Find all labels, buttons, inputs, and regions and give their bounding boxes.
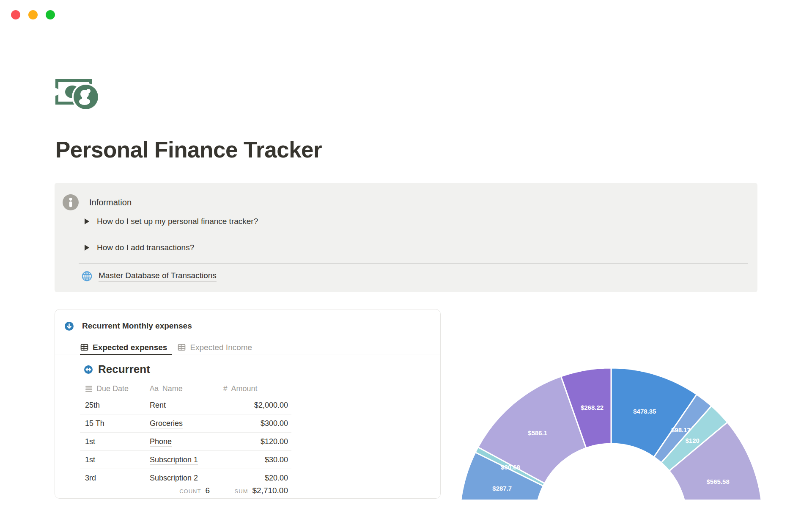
- sum-aggregation[interactable]: SUM $2,710.00: [222, 486, 291, 495]
- table-row: 15 ThGroceries$300.00: [80, 414, 291, 433]
- due-date-cell[interactable]: 25th: [80, 401, 150, 410]
- column-header-name[interactable]: Aa Name: [150, 384, 222, 393]
- count-label: COUNT: [179, 488, 201, 494]
- row-name-link[interactable]: Phone: [150, 437, 172, 447]
- callout-divider: [79, 263, 748, 264]
- information-callout: Information How do I set up my personal …: [55, 183, 757, 292]
- due-date-cell[interactable]: 1st: [80, 456, 150, 464]
- table-view-icon: [80, 343, 89, 352]
- due-date-cell[interactable]: 15 Th: [80, 419, 150, 428]
- close-button[interactable]: [11, 10, 20, 19]
- donut-chart: $478.35$98.17$120$565.58$287.7$30.68$586…: [461, 368, 763, 508]
- row-name-link[interactable]: Rent: [150, 401, 166, 410]
- callout-title: Information: [89, 198, 132, 207]
- column-label[interactable]: Due Date: [96, 384, 129, 393]
- select-property-icon: [85, 385, 93, 392]
- table-row: 25thRent$2,000.00: [80, 396, 291, 414]
- amount-cell[interactable]: $30.00: [222, 456, 291, 464]
- info-icon: [62, 194, 79, 211]
- row-name-link[interactable]: Subscription 2: [150, 474, 198, 483]
- name-cell: Subscription 1: [150, 456, 222, 464]
- callout-header: Information: [62, 194, 132, 211]
- count-aggregation[interactable]: COUNT 6: [150, 486, 222, 495]
- tab-label[interactable]: Expected Income: [190, 343, 252, 352]
- database-link-row: Master Database of Transactions: [81, 271, 217, 282]
- row-name-link[interactable]: Groceries: [150, 419, 183, 428]
- collection-title[interactable]: Recurrent: [98, 363, 150, 376]
- count-value: 6: [205, 486, 210, 495]
- due-date-cell[interactable]: 3rd: [80, 474, 150, 483]
- window-controls: [11, 10, 55, 19]
- name-cell: Rent: [150, 401, 222, 410]
- toggle-label[interactable]: How do I add transactions?: [97, 243, 194, 252]
- toggle-setup-question[interactable]: How do I set up my personal finance trac…: [85, 216, 258, 227]
- view-tabs: Expected expenses Expected Income: [55, 341, 440, 354]
- callout-divider: [79, 209, 748, 209]
- minimize-button[interactable]: [28, 10, 38, 19]
- recurrent-expenses-card: Recurrent Monthly expenses Expected expe…: [55, 309, 441, 499]
- table-footer: COUNT 6 SUM $2,710.00: [80, 482, 291, 499]
- collection-title-row: Recurrent: [84, 363, 150, 376]
- card-title: Recurrent Monthly expenses: [82, 321, 192, 331]
- sum-value: $2,710.00: [252, 486, 288, 495]
- table-rows: 25thRent$2,000.0015 ThGroceries$300.001s…: [80, 396, 291, 482]
- toggle-triangle-icon[interactable]: [85, 245, 89, 251]
- table-row: 3rdSubscription 2$20.00: [80, 469, 291, 482]
- toggle-label[interactable]: How do I set up my personal finance trac…: [97, 217, 258, 226]
- master-database-link[interactable]: Master Database of Transactions: [99, 271, 217, 282]
- amount-cell[interactable]: $300.00: [222, 419, 291, 428]
- name-cell: Phone: [150, 437, 222, 446]
- table-view-icon: [177, 343, 186, 352]
- number-property-icon: #: [223, 384, 227, 393]
- arrows-left-right-circle-icon: [84, 365, 93, 374]
- row-name-link[interactable]: Subscription 1: [150, 456, 198, 465]
- amount-cell[interactable]: $20.00: [222, 474, 291, 483]
- column-label[interactable]: Name: [162, 384, 183, 393]
- arrow-down-circle-icon: [65, 322, 74, 331]
- column-label[interactable]: Amount: [231, 384, 257, 393]
- column-header-due-date[interactable]: Due Date: [80, 384, 150, 393]
- card-header: Recurrent Monthly expenses: [65, 321, 192, 331]
- amount-cell[interactable]: $2,000.00: [222, 401, 291, 410]
- toggle-add-transactions-question[interactable]: How do I add transactions?: [85, 242, 194, 253]
- due-date-cell[interactable]: 1st: [80, 437, 150, 446]
- table-header-row: Due Date Aa Name # Amount: [80, 382, 291, 395]
- sum-label: SUM: [235, 488, 248, 494]
- table-row: 1stPhone$120.00: [80, 433, 291, 451]
- text-property-icon: Aa: [150, 384, 159, 393]
- table-row: 1stSubscription 1$30.00: [80, 451, 291, 469]
- name-cell: Subscription 2: [150, 474, 222, 483]
- tab-expected-income[interactable]: Expected Income: [177, 341, 257, 355]
- page-title: Personal Finance Tracker: [55, 137, 322, 163]
- name-cell: Groceries: [150, 419, 222, 428]
- column-header-amount[interactable]: # Amount: [222, 384, 291, 393]
- amount-cell[interactable]: $120.00: [222, 437, 291, 446]
- tab-label[interactable]: Expected expenses: [93, 343, 167, 352]
- dollar-banknote-icon[interactable]: [55, 77, 100, 111]
- notion-window: Personal Finance Tracker Information How…: [0, 0, 812, 508]
- tab-expected-expenses[interactable]: Expected expenses: [80, 341, 172, 355]
- globe-icon: [81, 271, 93, 282]
- zoom-button[interactable]: [46, 10, 55, 19]
- toggle-triangle-icon[interactable]: [85, 218, 89, 224]
